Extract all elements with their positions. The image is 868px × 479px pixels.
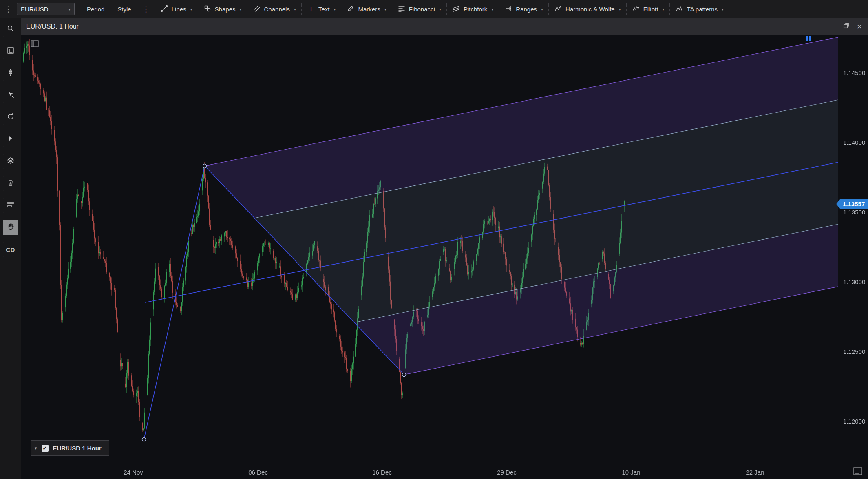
snap-cursor-tool[interactable] <box>3 88 18 103</box>
ta-patterns-icon <box>675 4 683 14</box>
chevron-down-icon[interactable]: ▾ <box>439 7 441 11</box>
pitchfork-icon <box>452 4 460 14</box>
tool-harmonic-wolfe[interactable]: Harmonic & Wolfe▾ <box>548 3 626 15</box>
chevron-down-icon[interactable]: ▾ <box>334 7 336 11</box>
time-tick-label: 24 Nov <box>124 469 143 476</box>
time-axis[interactable]: 24 Nov06 Dec16 Dec29 Dec10 Jan22 Jan <box>21 465 868 479</box>
titlebar-actions: × <box>842 22 862 31</box>
tool-fibonacci[interactable]: Fibonacci▾ <box>392 3 446 15</box>
popout-icon[interactable] <box>842 22 850 31</box>
chevron-down-icon[interactable]: ▾ <box>491 7 493 11</box>
symbol-select[interactable]: EUR/USD ▾ <box>17 3 75 15</box>
time-tick-label: 10 Jan <box>622 469 640 476</box>
measure-tool[interactable] <box>3 198 18 213</box>
series-legend[interactable]: ▾ ✓ EUR/USD 1 Hour <box>31 440 109 456</box>
tool-elliott[interactable]: Elliott▾ <box>626 3 670 15</box>
elliott-icon <box>632 4 640 14</box>
time-tick-label: 29 Dec <box>497 469 517 476</box>
tool-label: Elliott <box>643 6 658 13</box>
crosshair-tool[interactable] <box>3 66 18 81</box>
price-tick-label: 1.13000 <box>843 278 865 285</box>
auto-range-tool[interactable] <box>3 110 18 125</box>
style-button[interactable]: Style <box>111 0 137 18</box>
tool-shapes[interactable]: Shapes▾ <box>198 3 247 15</box>
channels-icon <box>253 4 261 14</box>
tool-markers[interactable]: Markers▾ <box>341 3 391 15</box>
period-button[interactable]: Period <box>80 0 111 18</box>
cd-label: CD <box>6 246 15 253</box>
pitchfork-anchor-handle[interactable] <box>203 164 207 168</box>
chart-titlebar: EUR/USD, 1 Hour × <box>21 18 868 35</box>
tool-label: Harmonic & Wolfe <box>565 6 615 13</box>
chevron-down-icon[interactable]: ▾ <box>541 7 543 11</box>
price-tick-label: 1.13500 <box>843 209 865 216</box>
tool-channels[interactable]: Channels▾ <box>247 3 301 15</box>
legend-chevron-icon[interactable]: ▾ <box>35 446 37 451</box>
top-toolbar: ⋮ EUR/USD ▾ Period Style ⋮ Lines▾Shapes▾… <box>0 0 868 18</box>
chevron-down-icon[interactable]: ▾ <box>722 7 724 11</box>
scale-icon <box>7 46 15 56</box>
measure-icon <box>7 201 15 210</box>
tool-ta-patterns[interactable]: TA patterns▾ <box>669 3 729 15</box>
tools-kebab-icon[interactable]: ⋮ <box>138 0 155 18</box>
price-tick-label: 1.14500 <box>843 69 865 76</box>
collapse-panel-icon[interactable] <box>31 40 39 49</box>
tool-label: Pitchfork <box>464 6 487 13</box>
tool-label: Text <box>318 6 330 13</box>
tool-label: Lines <box>172 6 186 13</box>
fibonacci-icon <box>398 4 406 14</box>
menu-kebab-icon[interactable]: ⋮ <box>0 0 17 18</box>
trash-icon <box>7 179 15 188</box>
scale-tool[interactable] <box>3 44 18 59</box>
select-tool[interactable] <box>3 132 18 147</box>
tool-label: Markers <box>358 6 380 13</box>
layers-icon <box>7 157 15 166</box>
price-tick-label: 1.12000 <box>843 418 865 425</box>
snap-icon <box>7 91 15 100</box>
markers-icon <box>347 4 355 14</box>
time-tick-label: 06 Dec <box>248 469 268 476</box>
cd-tool[interactable]: CD <box>3 242 18 257</box>
tool-label: Fibonacci <box>409 6 435 13</box>
chevron-down-icon[interactable]: ▾ <box>190 7 192 11</box>
zoom-tool[interactable] <box>3 22 18 37</box>
tool-label: TA patterns <box>687 6 718 13</box>
zoom-icon <box>7 24 15 34</box>
tool-label: Ranges <box>516 6 537 13</box>
bottom-panel-icon[interactable] <box>853 467 862 477</box>
drawing-tools: Lines▾Shapes▾Channels▾TText▾Markers▾Fibo… <box>155 0 729 18</box>
tool-ranges[interactable]: Ranges▾ <box>499 3 548 15</box>
pause-marker-icon[interactable] <box>806 36 811 41</box>
legend-checkbox[interactable]: ✓ <box>42 445 49 452</box>
pan-tool[interactable] <box>3 220 18 235</box>
chevron-down-icon[interactable]: ▾ <box>239 7 241 11</box>
tool-label: Shapes <box>215 6 236 13</box>
refresh-icon <box>7 113 15 122</box>
tool-pitchfork[interactable]: Pitchfork▾ <box>446 3 499 15</box>
chevron-down-icon[interactable]: ▾ <box>294 7 296 11</box>
trading-app: ⋮ EUR/USD ▾ Period Style ⋮ Lines▾Shapes▾… <box>0 0 868 479</box>
tool-lines[interactable]: Lines▾ <box>155 3 198 15</box>
chevron-down-icon[interactable]: ▾ <box>384 7 387 11</box>
tool-text[interactable]: TText▾ <box>301 3 341 15</box>
pitchfork-anchor-handle[interactable] <box>142 438 146 441</box>
chevron-down-icon[interactable]: ▾ <box>619 7 621 11</box>
pitchfork-drawing[interactable] <box>21 35 840 465</box>
symbol-value: EUR/USD <box>21 6 49 13</box>
time-tick-label: 22 Jan <box>746 469 764 476</box>
ranges-icon <box>504 4 512 14</box>
delete-tool[interactable] <box>3 176 18 191</box>
price-axis[interactable]: 1.145001.140001.135001.130001.125001.120… <box>840 35 868 465</box>
hand-icon <box>7 223 15 232</box>
price-tick-label: 1.14000 <box>843 139 865 146</box>
pitchfork-anchor-handle[interactable] <box>402 373 406 377</box>
layers-tool[interactable] <box>3 154 18 169</box>
close-icon[interactable]: × <box>857 22 862 31</box>
chart-area[interactable]: 1.145001.140001.135001.130001.125001.120… <box>21 35 868 479</box>
chevron-down-icon: ▾ <box>68 7 71 11</box>
current-price-value: 1.13557 <box>843 201 865 207</box>
pitchfork-line[interactable] <box>144 166 205 439</box>
pointer-icon <box>7 135 15 144</box>
chevron-down-icon[interactable]: ▾ <box>662 7 664 11</box>
time-tick-label: 16 Dec <box>372 469 392 476</box>
